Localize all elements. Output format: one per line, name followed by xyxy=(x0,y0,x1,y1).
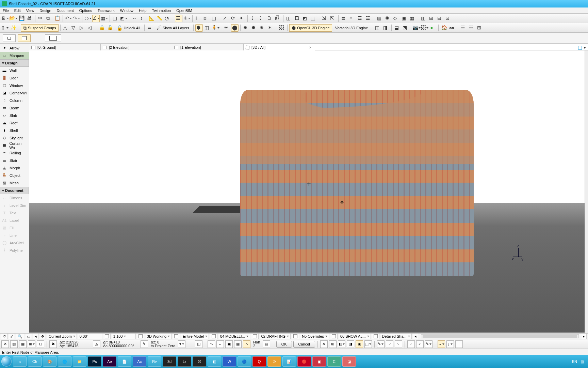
tab-elev-2[interactable]: [2 Elevation] xyxy=(101,44,172,50)
house-2-button[interactable]: 🏘 xyxy=(448,24,456,32)
box-1-button[interactable]: ◫ xyxy=(285,15,293,22)
taskbar-app[interactable]: 🌐 xyxy=(58,356,71,367)
snap-toggle-6[interactable]: ∿ xyxy=(243,340,250,348)
menu-view[interactable]: View xyxy=(23,9,37,13)
guide-6[interactable]: ⊹ xyxy=(455,340,463,348)
view-type-select[interactable]: 3D Working xyxy=(146,334,172,339)
taskbar-app[interactable]: Q xyxy=(252,356,266,367)
lock-button[interactable]: 🔒 xyxy=(98,24,105,32)
snap-toggle-1[interactable]: ◫ xyxy=(195,340,202,348)
origin-button[interactable]: ✖ xyxy=(49,340,57,348)
tool-wall[interactable]: ▬Wall xyxy=(0,67,29,74)
tab-close-button[interactable]: × xyxy=(308,45,313,49)
layers-3-button[interactable]: ☲ xyxy=(357,15,364,22)
selection-mode-button[interactable]: ▯ xyxy=(1,24,9,32)
arc-1-button[interactable]: ⤹ xyxy=(249,15,257,22)
shading-1-button[interactable]: ☀ xyxy=(223,24,230,32)
paste-button[interactable]: 📋 xyxy=(53,15,61,22)
grid-toggle-1[interactable]: ✕ xyxy=(320,340,328,348)
tool-column[interactable]: ▯Column xyxy=(0,97,29,104)
overrides-icon[interactable] xyxy=(292,334,299,339)
zoom-fit-button[interactable]: ⤢ xyxy=(9,334,15,339)
render-target-button[interactable]: 🖼 xyxy=(278,24,285,32)
engine-opengl-button[interactable]: ⬢ OpenGL 3D Engine xyxy=(289,24,332,32)
trace-ref-button[interactable]: ◩ xyxy=(120,15,127,22)
explode-button[interactable]: ✦ xyxy=(238,15,246,22)
taskbar-app[interactable]: Lr xyxy=(178,356,191,367)
scroll-left-button[interactable]: ◂ xyxy=(413,334,418,339)
guide-4[interactable]: ↔ xyxy=(438,340,445,348)
tool-line[interactable]: ⟋Line xyxy=(0,232,29,239)
angle-snap-button[interactable]: ∠ xyxy=(92,15,100,22)
taskbar-app[interactable]: ⌂ xyxy=(13,356,27,367)
render-1-button[interactable]: ⬓ xyxy=(393,24,401,32)
tool-corner-window[interactable]: ◪Corner-Wi xyxy=(0,89,29,97)
zref-dropdown[interactable]: ▾ xyxy=(178,340,185,348)
misc-4-button[interactable]: ⊡ xyxy=(444,15,452,22)
spread-button[interactable]: ⧈ xyxy=(202,15,210,22)
list-3-button[interactable]: ⊞ xyxy=(476,24,484,32)
rotate-tool-button[interactable]: ⟳ xyxy=(230,15,238,22)
ok-button[interactable]: OK xyxy=(276,341,292,348)
pan-button[interactable]: ✥ xyxy=(40,334,46,339)
link-1-button[interactable]: ⇲ xyxy=(321,15,328,22)
filter-3-button[interactable]: ▷ xyxy=(79,24,86,32)
print-button[interactable]: 🖶 xyxy=(26,15,33,22)
sun-4-button[interactable]: ✶ xyxy=(267,24,274,32)
penset-select[interactable]: 02 DRAFTING xyxy=(260,334,291,339)
taskbar-app[interactable]: 📄 xyxy=(118,356,131,367)
tracker-mode-4[interactable]: ⊟ xyxy=(37,340,44,348)
misc-3-button[interactable]: ⊟ xyxy=(436,15,444,22)
taskbar-app-archicad[interactable]: Ac xyxy=(133,356,146,367)
taskbar-app[interactable]: ◧ xyxy=(208,356,221,367)
mvo-icon[interactable] xyxy=(330,334,338,339)
eyedrop-2[interactable]: ⟍ xyxy=(395,340,402,348)
element-snap-button[interactable]: ☰ xyxy=(175,15,182,22)
tool-dimension[interactable]: ↔Dimens xyxy=(0,194,29,202)
grid-toggle-3[interactable]: ◧ xyxy=(338,340,345,348)
taskbar-app[interactable]: 📁 xyxy=(73,356,86,367)
tool-skylight[interactable]: ◇Skylight xyxy=(0,134,29,142)
render-2-button[interactable]: ⬔ xyxy=(402,24,409,32)
tool-morph[interactable]: ◬Morph xyxy=(0,164,29,172)
move-button[interactable]: ↗ xyxy=(222,15,229,22)
horizontal-scrollbar[interactable] xyxy=(421,334,579,338)
eyedrop-1[interactable]: ⟋ xyxy=(386,340,393,348)
taskbar-app[interactable]: 📊 xyxy=(282,356,296,367)
infobox-mode-1[interactable] xyxy=(3,34,16,42)
list-2-button[interactable]: ☷ xyxy=(468,24,475,32)
guide-5[interactable]: ↕ xyxy=(446,340,454,348)
compare-icon[interactable]: ◫ xyxy=(578,45,582,50)
protractor-button[interactable]: ◔ xyxy=(164,15,171,22)
zoom-prev-button[interactable]: ◂ xyxy=(33,334,38,339)
render-sel-button[interactable]: 🖼 xyxy=(421,24,428,32)
taskbar-app[interactable]: 3d xyxy=(163,356,176,367)
zoom-100-button[interactable]: 🔍 xyxy=(16,334,24,339)
taskbar-app[interactable]: ◪ xyxy=(342,356,356,367)
filter-1-button[interactable]: △ xyxy=(62,24,70,32)
unlock-button[interactable]: 🔓 xyxy=(106,24,114,32)
redo-button[interactable]: ↷ xyxy=(73,15,80,22)
hatch-2-button[interactable]: ✺ xyxy=(384,15,392,22)
shading-select[interactable]: Detailed Sha... xyxy=(381,334,412,339)
close-tracker-button[interactable]: ✕ xyxy=(1,340,9,348)
toolbox-document-header[interactable]: Document xyxy=(0,187,29,194)
window-2-button[interactable]: ◨ xyxy=(382,24,390,32)
camera-sel-button[interactable]: 📷 xyxy=(413,24,420,32)
tool-arrow[interactable]: ➤Arrow xyxy=(0,44,29,52)
hatch-4-button[interactable]: ▣ xyxy=(401,15,408,22)
infobox-shape[interactable] xyxy=(45,34,61,42)
menu-twinmotion[interactable]: Twinmotion xyxy=(149,9,174,13)
menu-window[interactable]: Window xyxy=(117,9,136,13)
house-1-button[interactable]: 🏠 xyxy=(440,24,448,32)
tool-window[interactable]: ▢Window xyxy=(0,82,29,89)
taskbar-app-word[interactable]: W xyxy=(223,356,236,367)
wand-button[interactable]: ✨ xyxy=(10,24,17,32)
menu-design[interactable]: Design xyxy=(37,9,54,13)
tray-language[interactable]: EN xyxy=(572,359,577,364)
tool-object[interactable]: 🪑Object xyxy=(0,172,29,179)
unlock-all-button[interactable]: 🔓 Unlock All xyxy=(114,24,143,32)
half-menu-button[interactable]: ▤ xyxy=(263,340,270,348)
tool-text[interactable]: TText xyxy=(0,209,29,217)
model-icon[interactable] xyxy=(173,334,180,339)
